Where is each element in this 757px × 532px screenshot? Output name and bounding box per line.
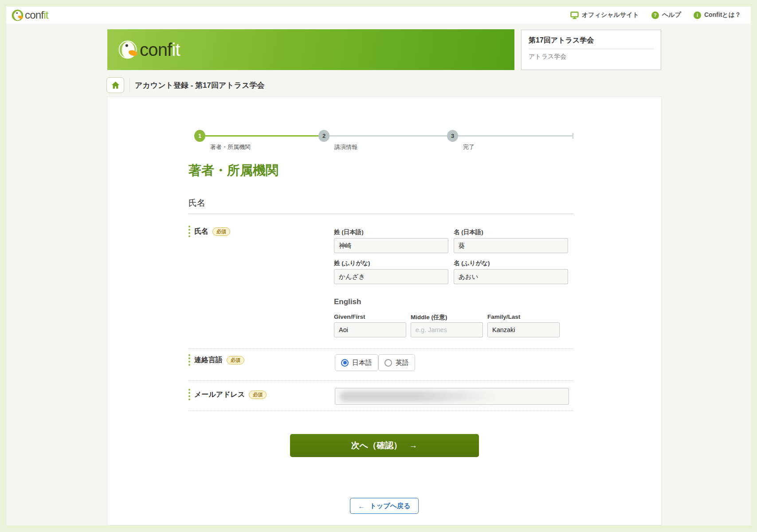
home-icon <box>111 81 120 89</box>
english-section-header: English <box>334 297 361 306</box>
language-option-japanese-label: 日本語 <box>352 359 372 367</box>
conference-subtitle: アトラス学会 <box>529 49 654 61</box>
language-option-english-label: 英語 <box>396 359 409 367</box>
email-blurred-value <box>340 391 499 402</box>
conference-title: 第17回アトラス学会 <box>529 36 654 49</box>
banner-duck-icon <box>117 37 138 62</box>
confit-logo[interactable]: confit <box>12 8 48 22</box>
conference-box: 第17回アトラス学会 アトラス学会 <box>521 30 661 70</box>
step-1-circle: 1 <box>194 130 205 142</box>
left-arrow-icon: ← <box>358 502 365 510</box>
step-line-inactive <box>453 135 573 137</box>
row-divider <box>188 380 573 381</box>
home-button[interactable] <box>106 77 124 93</box>
row-divider <box>188 348 573 349</box>
help-link[interactable]: ? ヘルプ <box>651 11 681 19</box>
back-to-top-button[interactable]: ← トップへ戻る <box>350 498 419 514</box>
family-name-label: Family/Last <box>487 313 520 320</box>
sei-ja-input[interactable] <box>334 238 448 253</box>
step-line-active <box>200 135 324 137</box>
confit-logo-text: confit <box>25 10 48 20</box>
mei-ja-input[interactable] <box>454 238 568 253</box>
page-title: 著者・所属機関 <box>188 162 278 180</box>
sei-kana-input[interactable] <box>334 269 448 284</box>
language-option-japanese[interactable]: 日本語 <box>335 354 378 371</box>
language-label: 連絡言語 <box>194 356 223 365</box>
row-divider <box>188 411 573 411</box>
given-name-input[interactable] <box>334 322 406 337</box>
step-2-circle: 2 <box>318 130 329 142</box>
about-confit-link[interactable]: i Confitとは？ <box>694 11 741 19</box>
about-confit-label: Confitとは？ <box>704 11 741 19</box>
help-label: ヘルプ <box>662 11 681 19</box>
confit-duck-icon <box>12 8 24 22</box>
banner-logo-text: confit <box>140 41 180 59</box>
radio-unselected-icon <box>384 359 392 367</box>
name-row-label: 氏名 必須 <box>188 226 230 237</box>
right-arrow-icon: → <box>409 441 417 450</box>
mei-ja-label: 名 (日本語) <box>454 228 483 236</box>
green-dots-marker <box>188 226 190 237</box>
step-2-label: 講演情報 <box>334 143 357 151</box>
email-label: メールアドレス <box>194 390 245 399</box>
sei-ja-label: 姓 (日本語) <box>334 228 364 236</box>
top-bar: confit オフィシャルサイト ? ヘルプ i Confitとは？ <box>6 7 751 23</box>
official-site-link[interactable]: オフィシャルサイト <box>570 11 639 19</box>
event-banner: confit <box>107 29 514 70</box>
language-option-english[interactable]: 英語 <box>378 354 415 371</box>
required-badge: 必須 <box>249 391 267 399</box>
back-button-label: トップへ戻る <box>370 502 411 510</box>
middle-name-input[interactable] <box>411 322 483 337</box>
next-confirm-button[interactable]: 次へ（確認） → <box>290 434 479 457</box>
step-3-label: 完了 <box>463 143 475 151</box>
given-name-label: Given/First <box>334 313 365 320</box>
step-line-inactive <box>324 135 453 137</box>
family-name-input[interactable] <box>487 322 560 337</box>
step-1-label: 著者・所属機関 <box>210 143 251 151</box>
mei-kana-label: 名 (ふりがな) <box>454 259 490 267</box>
sei-kana-label: 姓 (ふりがな) <box>334 259 370 267</box>
green-dots-marker <box>188 354 190 366</box>
mei-kana-input[interactable] <box>454 269 568 284</box>
breadcrumb-divider <box>129 78 130 92</box>
step-3-circle: 3 <box>447 130 458 142</box>
green-dots-marker <box>188 389 190 400</box>
email-row-label: メールアドレス 必須 <box>188 389 267 400</box>
middle-name-label: Middle (任意) <box>411 313 447 321</box>
next-button-label: 次へ（確認） <box>351 440 402 451</box>
name-label: 氏名 <box>194 227 208 236</box>
help-icon: ? <box>651 12 659 19</box>
monitor-icon <box>570 12 579 19</box>
radio-selected-icon <box>341 359 349 367</box>
breadcrumb: アカウント登録 - 第17回アトラス学会 <box>135 80 265 90</box>
required-badge: 必須 <box>212 227 230 236</box>
required-badge: 必須 <box>227 356 244 364</box>
section-title: 氏名 <box>188 197 573 214</box>
top-links: オフィシャルサイト ? ヘルプ i Confitとは？ <box>570 11 741 19</box>
info-icon: i <box>694 12 701 19</box>
banner-logo: confit <box>117 37 180 62</box>
official-site-label: オフィシャルサイト <box>582 11 639 19</box>
page: confit オフィシャルサイト ? ヘルプ i Confitとは？ <box>0 0 757 532</box>
language-row-label: 連絡言語 必須 <box>188 354 244 366</box>
form-card: 1 2 3 著者・所属機関 講演情報 完了 著者・所属機関 氏名 氏名 必須 姓… <box>107 97 662 525</box>
